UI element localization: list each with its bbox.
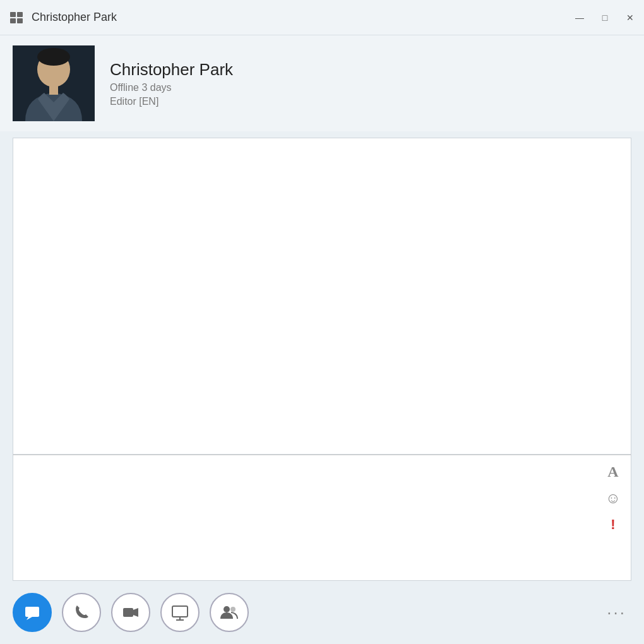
phone-icon [73, 604, 90, 621]
participants-button[interactable] [210, 593, 249, 632]
screen-icon [171, 604, 189, 621]
svg-rect-0 [10, 12, 16, 17]
svg-rect-12 [172, 606, 188, 617]
minimize-button[interactable] [573, 11, 586, 24]
profile-info: Christopher Park Offline 3 days Editor [… [110, 60, 233, 107]
chat-messages[interactable] [13, 138, 631, 455]
svg-point-6 [37, 48, 70, 66]
contact-name: Christopher Park [110, 60, 233, 80]
font-button[interactable]: A [603, 462, 623, 482]
call-button[interactable] [62, 593, 101, 632]
profile-area: Christopher Park Offline 3 days Editor [… [0, 35, 644, 131]
svg-rect-3 [17, 18, 23, 23]
close-icon [626, 12, 634, 23]
minimize-icon [575, 12, 584, 23]
svg-rect-10 [123, 608, 133, 617]
video-icon [122, 604, 140, 621]
maximize-icon [602, 12, 607, 23]
more-icon: ··· [607, 603, 626, 623]
chat-button[interactable] [13, 593, 52, 632]
font-icon: A [607, 463, 618, 480]
video-button[interactable] [111, 593, 150, 632]
contact-status: Offline 3 days [110, 82, 233, 93]
urgent-button[interactable]: ! [603, 515, 623, 535]
avatar [13, 45, 95, 121]
action-bar: ··· [0, 581, 644, 644]
svg-point-15 [224, 606, 230, 612]
title-bar: Christopher Park [0, 0, 644, 35]
chat-icon [23, 604, 41, 621]
window-controls [573, 11, 636, 24]
svg-marker-9 [27, 617, 32, 620]
svg-marker-11 [133, 608, 138, 617]
more-options-button[interactable]: ··· [602, 603, 631, 623]
main-area: A ☺ ! [0, 131, 644, 581]
message-input[interactable] [13, 455, 631, 580]
svg-rect-1 [17, 12, 23, 17]
participants-icon [220, 604, 239, 621]
svg-point-16 [230, 607, 236, 612]
input-toolbar: A ☺ ! [603, 462, 623, 535]
urgent-icon: ! [611, 516, 615, 533]
emoji-button[interactable]: ☺ [603, 488, 623, 508]
emoji-icon: ☺ [605, 489, 621, 507]
svg-rect-2 [10, 18, 16, 23]
svg-rect-7 [49, 85, 58, 95]
app-icon [8, 9, 25, 27]
svg-rect-8 [25, 607, 39, 617]
maximize-button[interactable] [599, 11, 611, 24]
input-area: A ☺ ! [13, 455, 631, 581]
screen-share-button[interactable] [160, 593, 200, 632]
contact-role: Editor [EN] [110, 96, 233, 107]
window-title: Christopher Park [32, 11, 573, 24]
close-button[interactable] [624, 11, 636, 24]
